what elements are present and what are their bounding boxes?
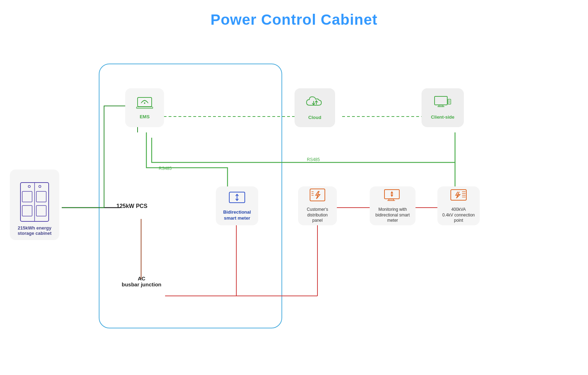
- distribution-panel-label: Customer'sdistribution panel: [302, 207, 333, 224]
- smart-meter-icon: [229, 191, 245, 207]
- svg-rect-11: [137, 107, 153, 108]
- svg-rect-40: [22, 206, 32, 216]
- storage-cabinet-label: 215kWh energy storage cabinet: [10, 225, 59, 236]
- cloud-label: Cloud: [308, 115, 321, 121]
- svg-rect-41: [36, 191, 46, 202]
- storage-cabinet-card: 215kWh energy storage cabinet: [10, 169, 59, 240]
- svg-point-43: [28, 185, 30, 188]
- svg-point-44: [39, 185, 41, 188]
- ems-label: EMS: [140, 114, 150, 120]
- ems-icon: [136, 95, 153, 112]
- cloud-icon: [306, 95, 324, 113]
- svg-point-12: [144, 102, 145, 104]
- diagram-area: EMS Cloud: [0, 28, 588, 375]
- smart-meter-card: Bidirectionalsmart meter: [216, 186, 258, 225]
- smart-meter-label: Bidirectionalsmart meter: [223, 209, 251, 221]
- monitoring-icon: [384, 188, 401, 205]
- ac-busbar-label: ACbusbar junction: [122, 275, 162, 287]
- rs485-left-label: RS485: [159, 166, 172, 171]
- distribution-panel-icon: [309, 188, 326, 205]
- svg-rect-10: [138, 97, 152, 107]
- connection-point-icon: [450, 188, 467, 205]
- client-side-icon: [434, 95, 451, 112]
- ems-card: EMS: [125, 88, 164, 127]
- storage-cabinet-svg: [19, 181, 50, 223]
- svg-rect-39: [22, 191, 32, 202]
- monitoring-card: Monitoring withbidirectional smart meter: [370, 186, 416, 225]
- monitoring-label: Monitoring withbidirectional smart meter: [373, 207, 412, 224]
- connection-point-card: 400kVA0.4kV connection point: [437, 186, 480, 225]
- client-side-label: Client-side: [431, 114, 454, 120]
- svg-rect-42: [36, 206, 46, 216]
- connections-svg: [0, 28, 588, 375]
- cloud-card: Cloud: [295, 88, 335, 127]
- page-title: Power Control Cabinet: [0, 0, 588, 28]
- pcs-label: 125kW PCS: [116, 203, 147, 209]
- distribution-panel-card: Customer'sdistribution panel: [298, 186, 337, 225]
- svg-rect-15: [435, 96, 447, 105]
- client-side-card: Client-side: [422, 88, 464, 127]
- rs485-right-label: RS485: [307, 157, 320, 162]
- connection-point-label: 400kVA0.4kV connection point: [441, 207, 476, 224]
